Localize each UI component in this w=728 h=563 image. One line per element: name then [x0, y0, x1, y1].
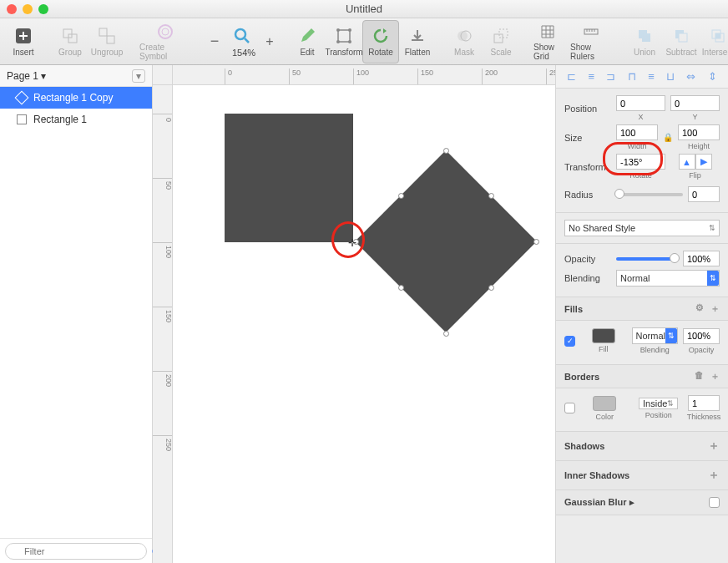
- fills-header: Fills⚙＋: [556, 297, 728, 321]
- intersect-button[interactable]: Intersect: [700, 20, 728, 63]
- svg-point-9: [348, 28, 351, 32]
- selection-handle[interactable]: [443, 148, 449, 154]
- align-right-icon[interactable]: ⊐: [606, 70, 615, 83]
- height-input[interactable]: [678, 124, 720, 140]
- canvas-rectangle-selected[interactable]: [355, 150, 537, 332]
- zoom-button[interactable]: 154%: [224, 20, 260, 63]
- selection-handle[interactable]: [398, 193, 404, 199]
- scale-icon: [491, 26, 511, 46]
- scale-button[interactable]: Scale: [483, 20, 519, 63]
- zoom-out-button[interactable]: −: [205, 20, 224, 63]
- lock-icon[interactable]: 🔒: [663, 133, 673, 142]
- align-hcenter-icon[interactable]: ≡: [589, 70, 595, 83]
- inner-shadows-header[interactable]: Inner Shadows＋: [556, 461, 728, 490]
- ruler-vertical[interactable]: -50 0 50 100 150 200 250: [153, 85, 173, 563]
- border-color-swatch[interactable]: [593, 396, 616, 411]
- add-shadow-button[interactable]: ＋: [708, 439, 720, 454]
- rectangle-icon: [15, 91, 29, 105]
- selection-handle[interactable]: [488, 285, 494, 291]
- distribute-h-icon[interactable]: ⇔: [686, 70, 695, 83]
- group-icon: [60, 26, 80, 46]
- position-y-input[interactable]: [670, 95, 720, 111]
- align-left-icon[interactable]: ⊏: [567, 70, 576, 83]
- plus-small-icon: +: [260, 32, 280, 52]
- minimize-icon[interactable]: [23, 4, 33, 14]
- add-border-button[interactable]: ＋: [710, 370, 720, 383]
- group-button[interactable]: Group: [52, 20, 88, 63]
- fill-color-swatch[interactable]: [592, 328, 615, 343]
- align-top-icon[interactable]: ⊓: [628, 70, 636, 83]
- flatten-icon: [407, 26, 427, 46]
- selection-handle[interactable]: [533, 239, 539, 245]
- show-rulers-button[interactable]: Show Rulers: [566, 20, 616, 63]
- borders-header: Borders🗑＋: [556, 365, 728, 388]
- canvas-rectangle[interactable]: [225, 114, 353, 242]
- gaussian-blur-header[interactable]: Gaussian Blur ▸: [556, 490, 728, 515]
- close-icon[interactable]: [7, 4, 17, 14]
- zoom-in-button[interactable]: +: [260, 20, 279, 63]
- distribute-v-icon[interactable]: ⇕: [708, 70, 717, 83]
- width-input[interactable]: [616, 124, 658, 140]
- ruler-corner[interactable]: [153, 65, 173, 85]
- chevron-updown-icon: ⇅: [707, 271, 719, 286]
- layer-sidebar: Page 1 ▾ ▾ Rectangle 1 Copy Rectangle 1 …: [0, 65, 153, 563]
- align-vcenter-icon[interactable]: ≡: [648, 70, 655, 83]
- layer-item[interactable]: Rectangle 1: [0, 109, 152, 130]
- gear-icon[interactable]: ⚙: [695, 302, 704, 315]
- border-position-select[interactable]: Inside⇅: [639, 398, 678, 409]
- maximize-icon[interactable]: [38, 4, 48, 14]
- radius-slider[interactable]: [616, 193, 683, 196]
- blur-checkbox[interactable]: [709, 497, 720, 508]
- ruler-horizontal[interactable]: 0 50 100 150 200 250: [173, 65, 555, 85]
- flip-h-button[interactable]: ▲: [679, 154, 695, 170]
- position-x-input[interactable]: [616, 95, 665, 111]
- ungroup-button[interactable]: Ungroup: [88, 20, 125, 63]
- plus-icon: [13, 26, 33, 46]
- sidebar-footer: ⌕ ▫ ✎0: [0, 538, 152, 563]
- flatten-button[interactable]: Flatten: [399, 20, 436, 63]
- fill-blend-select[interactable]: Normal⇅: [632, 327, 678, 344]
- traffic-lights: [7, 4, 48, 14]
- page-selector[interactable]: Page 1 ▾ ▾: [0, 65, 152, 87]
- disclosure-icon[interactable]: ▾: [132, 69, 145, 83]
- border-checkbox[interactable]: [564, 403, 575, 413]
- insert-button[interactable]: Insert: [5, 20, 42, 63]
- shadows-header[interactable]: Shadows＋: [556, 432, 728, 461]
- align-bottom-icon[interactable]: ⊔: [666, 70, 675, 83]
- fill-checkbox[interactable]: ✓: [564, 336, 575, 347]
- radius-input[interactable]: [688, 186, 720, 202]
- mask-button[interactable]: Mask: [446, 20, 483, 63]
- flip-v-button[interactable]: ▶: [695, 154, 712, 170]
- opacity-input[interactable]: [683, 251, 720, 266]
- filter-input[interactable]: [5, 543, 147, 560]
- add-fill-button[interactable]: ＋: [710, 302, 720, 315]
- add-inner-shadow-button[interactable]: ＋: [708, 468, 720, 483]
- selection-handle[interactable]: [443, 331, 449, 337]
- rectangle-icon: [17, 114, 27, 124]
- selection-handle[interactable]: [488, 193, 494, 199]
- shared-style-select[interactable]: No Shared Style⇅: [564, 220, 720, 236]
- canvas[interactable]: ✛: [173, 85, 555, 563]
- union-button[interactable]: Union: [626, 20, 663, 63]
- fill-opacity-input[interactable]: [683, 328, 720, 344]
- trash-icon[interactable]: 🗑: [695, 370, 704, 383]
- transform-button[interactable]: Transform: [326, 20, 362, 63]
- show-grid-button[interactable]: Show Grid: [529, 20, 566, 63]
- opacity-slider[interactable]: [616, 257, 678, 261]
- border-thickness-input[interactable]: [688, 395, 720, 411]
- selection-handle[interactable]: [398, 285, 404, 291]
- edit-button[interactable]: Edit: [289, 20, 326, 63]
- chevron-updown-icon: ⇅: [665, 328, 677, 343]
- rotate-input[interactable]: [616, 154, 665, 170]
- create-symbol-button[interactable]: Create Symbol: [135, 20, 195, 63]
- layer-item[interactable]: Rectangle 1 Copy: [0, 87, 152, 109]
- blending-select[interactable]: Normal⇅: [616, 270, 720, 287]
- window-titlebar: Untitled: [0, 0, 728, 18]
- svg-rect-3: [99, 28, 107, 36]
- chevron-updown-icon: ⇅: [667, 399, 674, 408]
- svg-rect-16: [584, 29, 598, 34]
- intersect-icon: [708, 26, 728, 46]
- ruler-icon: [581, 23, 601, 41]
- subtract-button[interactable]: Subtract: [663, 20, 700, 63]
- rotate-button[interactable]: Rotate: [362, 20, 399, 63]
